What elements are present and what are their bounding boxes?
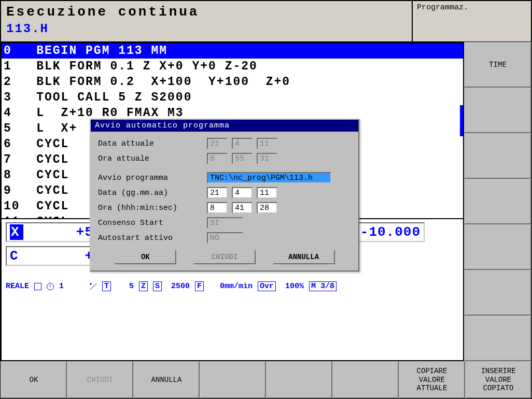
code-line[interactable]: 3 TOOL CALL 5 Z S2000 <box>2 90 463 105</box>
time-h[interactable]: 8 <box>207 202 228 213</box>
dialog-title: Avvio automatico programma <box>91 120 358 132</box>
tool-icon <box>90 283 97 290</box>
scrollbar-icon[interactable] <box>460 105 463 136</box>
code-line[interactable]: 0 BEGIN PGM 113 MM <box>2 43 463 59</box>
softkey-r2[interactable] <box>464 88 531 133</box>
cur-date-y: 11 <box>257 138 277 149</box>
m-label: M 3/8 <box>309 281 337 291</box>
softkey-b3-annulla[interactable]: ANNULLA <box>133 361 200 398</box>
date-label: Data (gg.mm.aa) <box>98 189 207 197</box>
status-preset: 1 <box>59 282 64 291</box>
f-value: 0mm/min <box>206 282 253 291</box>
cur-time-s: 31 <box>257 153 277 164</box>
program-name: 113.H <box>6 22 407 36</box>
cur-time-m: 55 <box>232 153 253 164</box>
consent-label: Consenso Start <box>98 219 207 227</box>
dialog-cancel-button[interactable]: ANNULLA <box>273 250 335 264</box>
softkey-b7-copy[interactable]: COPIARE VALORE ATTUALE <box>399 361 465 398</box>
z-label: Z <box>139 281 148 291</box>
t-value: 5 <box>113 282 134 291</box>
cur-date-label: Data attuale <box>98 139 207 148</box>
code-line[interactable]: 1 BLK FORM 0.1 Z X+0 Y+0 Z-20 <box>2 59 463 74</box>
mode-title: Esecuzione continua <box>6 4 407 20</box>
date-m[interactable]: 4 <box>232 187 253 198</box>
softkey-r5[interactable] <box>464 224 531 270</box>
softkey-r4[interactable] <box>464 179 531 224</box>
autostart-field: NO <box>207 232 243 244</box>
time-m[interactable]: 41 <box>232 202 253 213</box>
softkey-b4[interactable] <box>200 361 266 398</box>
softkey-r3[interactable] <box>464 133 531 179</box>
autostart-dialog: Avvio automatico programma Data attuale … <box>90 119 359 272</box>
status-row: REALE 1 T5 Z S2500 F0mm/min Ovr100% M 3/… <box>6 281 459 291</box>
header-row: Esecuzione continua 113.H Programmaz. <box>1 1 531 42</box>
ovr-value: 100% <box>278 282 304 291</box>
softkey-r7[interactable] <box>464 316 531 361</box>
consent-field: SI <box>207 217 243 229</box>
target-icon <box>47 283 54 290</box>
right-softkeys: TIME <box>464 42 531 361</box>
ovr-label: Ovr <box>258 281 276 291</box>
autostart-label: Autostart attivo <box>98 234 207 243</box>
status-reale: REALE <box>6 282 29 291</box>
square-icon <box>34 283 41 290</box>
bottom-softkeys: OK CHIUDI ANNULLA COPIARE VALORE ATTUALE… <box>1 361 531 398</box>
t-label: T <box>102 281 111 291</box>
softkey-b5[interactable] <box>266 361 332 398</box>
softkey-r6[interactable] <box>464 270 531 316</box>
softkey-b1-ok[interactable]: OK <box>1 361 67 398</box>
softkey-b8-insert[interactable]: INSERIRE VALORE COPIATO <box>465 361 531 398</box>
cur-date-m: 4 <box>232 138 253 149</box>
secondary-mode: Programmaz. <box>412 1 531 42</box>
dialog-ok-button[interactable]: OK <box>114 250 176 264</box>
dialog-close-button[interactable]: CHIUDI <box>193 250 256 264</box>
cur-date-d: 21 <box>207 138 228 149</box>
f-label: F <box>195 281 204 291</box>
prog-label: Avvio programma <box>98 174 207 182</box>
prog-field[interactable]: TNC:\nc_prog\PGM\113.h <box>207 172 331 183</box>
softkey-r1-time[interactable]: TIME <box>464 42 531 88</box>
softkey-b2-chiudi[interactable]: CHIUDI <box>67 361 133 398</box>
cur-time-h: 8 <box>207 153 228 164</box>
time-label: Ora (hhh:min:sec) <box>98 204 207 212</box>
code-line[interactable]: 2 BLK FORM 0.2 X+100 Y+100 Z+0 <box>2 74 463 90</box>
time-s[interactable]: 28 <box>257 202 277 213</box>
title-box: Esecuzione continua 113.H <box>1 1 412 42</box>
date-d[interactable]: 21 <box>207 187 228 198</box>
softkey-b6[interactable] <box>332 361 399 398</box>
date-y[interactable]: 11 <box>257 187 277 198</box>
s-label: S <box>153 281 162 291</box>
s-value: 2500 <box>164 282 190 291</box>
cur-time-label: Ora attuale <box>98 154 207 163</box>
